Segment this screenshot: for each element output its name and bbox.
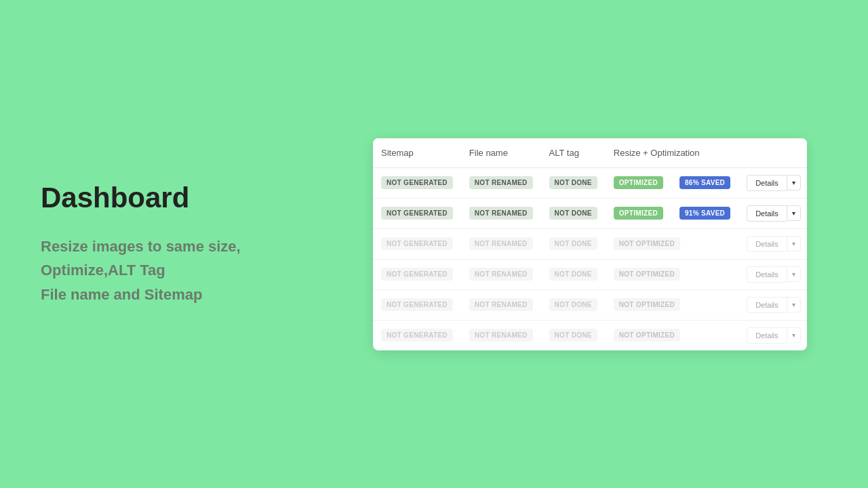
filename-cell: NOT RENAMED	[461, 198, 541, 228]
details-btn-group[interactable]: Details ▾	[747, 327, 801, 344]
filename-cell: NOT RENAMED	[461, 228, 541, 259]
details-button[interactable]: Details	[747, 266, 787, 283]
alt-badge: NOT DONE	[549, 176, 597, 189]
page-title: Dashboard	[41, 182, 326, 214]
alt-cell: NOT DONE	[541, 320, 606, 350]
not-optimized-badge: NOT OPTIMIZED	[614, 329, 680, 342]
actions-cell[interactable]: Details ▾	[738, 320, 807, 350]
actions-cell[interactable]: Details ▾	[738, 167, 807, 198]
filename-cell: NOT RENAMED	[461, 289, 541, 320]
details-button[interactable]: Details	[747, 297, 787, 313]
not-optimized-cell: NOT OPTIMIZED	[606, 289, 738, 320]
filename-badge: NOT RENAMED	[469, 237, 533, 250]
details-dropdown-arrow[interactable]: ▾	[787, 266, 801, 282]
filename-cell: NOT RENAMED	[461, 167, 541, 198]
col-header-actions	[738, 138, 807, 168]
filename-badge: NOT RENAMED	[469, 329, 533, 342]
actions-cell[interactable]: Details ▾	[738, 259, 807, 289]
details-button[interactable]: Details	[747, 205, 787, 222]
subtitle-line2: Optimize,ALT Tag	[41, 262, 165, 279]
filename-badge: NOT RENAMED	[469, 207, 533, 220]
table-row: NOT GENERATED NOT RENAMED NOT DONE OPTIM…	[373, 198, 807, 228]
alt-badge: NOT DONE	[549, 207, 597, 220]
details-btn-group[interactable]: Details ▾	[747, 297, 801, 313]
alt-cell: NOT DONE	[541, 259, 606, 289]
saved-cell: 91% SAVED	[671, 198, 738, 228]
details-btn-group[interactable]: Details ▾	[747, 236, 801, 252]
sitemap-cell: NOT GENERATED	[373, 198, 461, 228]
saved-badge: 91% SAVED	[679, 207, 730, 220]
sitemap-badge: NOT GENERATED	[381, 329, 453, 342]
alt-cell: NOT DONE	[541, 289, 606, 320]
table-row: NOT GENERATED NOT RENAMED NOT DONE NOT O…	[373, 228, 807, 259]
filename-badge: NOT RENAMED	[469, 268, 533, 281]
details-dropdown-arrow[interactable]: ▾	[787, 297, 801, 312]
details-btn-group[interactable]: Details ▾	[747, 205, 801, 222]
details-button[interactable]: Details	[747, 175, 787, 191]
left-panel: Dashboard Resize images to same size, Op…	[41, 182, 353, 306]
alt-cell: NOT DONE	[541, 228, 606, 259]
subtitle-line3: File name and Sitemap	[41, 286, 202, 303]
table-row: NOT GENERATED NOT RENAMED NOT DONE NOT O…	[373, 289, 807, 320]
col-header-filename: File name	[461, 138, 541, 168]
alt-cell: NOT DONE	[541, 167, 606, 198]
sitemap-cell: NOT GENERATED	[373, 320, 461, 350]
alt-badge: NOT DONE	[549, 237, 597, 250]
filename-badge: NOT RENAMED	[469, 298, 533, 311]
filename-badge: NOT RENAMED	[469, 176, 533, 189]
dashboard-subtitle: Resize images to same size, Optimize,ALT…	[41, 235, 326, 306]
actions-cell[interactable]: Details ▾	[738, 198, 807, 228]
sitemap-cell: NOT GENERATED	[373, 167, 461, 198]
not-optimized-cell: NOT OPTIMIZED	[606, 228, 738, 259]
optimized-badge: OPTIMIZED	[614, 176, 663, 189]
actions-cell[interactable]: Details ▾	[738, 228, 807, 259]
details-button[interactable]: Details	[747, 327, 787, 344]
alt-cell: NOT DONE	[541, 198, 606, 228]
saved-badge: 86% SAVED	[679, 176, 730, 189]
sitemap-badge: NOT GENERATED	[381, 298, 453, 311]
col-header-optimization: Resize + Optimization	[606, 138, 738, 168]
filename-cell: NOT RENAMED	[461, 259, 541, 289]
table-row: NOT GENERATED NOT RENAMED NOT DONE NOT O…	[373, 320, 807, 350]
details-dropdown-arrow[interactable]: ▾	[787, 175, 801, 190]
sitemap-badge: NOT GENERATED	[381, 207, 453, 220]
alt-badge: NOT DONE	[549, 268, 597, 281]
details-dropdown-arrow[interactable]: ▾	[787, 205, 801, 221]
col-header-alt: ALT tag	[541, 138, 606, 168]
sitemap-cell: NOT GENERATED	[373, 228, 461, 259]
optimization-cell: OPTIMIZED	[606, 198, 671, 228]
sitemap-cell: NOT GENERATED	[373, 289, 461, 320]
table-row: NOT GENERATED NOT RENAMED NOT DONE OPTIM…	[373, 167, 807, 198]
sitemap-badge: NOT GENERATED	[381, 237, 453, 250]
alt-badge: NOT DONE	[549, 329, 597, 342]
dashboard-table: Sitemap File name ALT tag Resize + Optim…	[373, 138, 807, 350]
right-panel: Sitemap File name ALT tag Resize + Optim…	[353, 138, 827, 350]
not-optimized-badge: NOT OPTIMIZED	[614, 298, 680, 311]
sitemap-badge: NOT GENERATED	[381, 268, 453, 281]
col-header-sitemap: Sitemap	[373, 138, 461, 168]
optimization-cell: OPTIMIZED	[606, 167, 671, 198]
details-dropdown-arrow[interactable]: ▾	[787, 236, 801, 251]
sitemap-cell: NOT GENERATED	[373, 259, 461, 289]
details-button[interactable]: Details	[747, 236, 787, 252]
alt-badge: NOT DONE	[549, 298, 597, 311]
not-optimized-badge: NOT OPTIMIZED	[614, 237, 680, 250]
filename-cell: NOT RENAMED	[461, 320, 541, 350]
not-optimized-badge: NOT OPTIMIZED	[614, 268, 680, 281]
not-optimized-cell: NOT OPTIMIZED	[606, 320, 738, 350]
details-btn-group[interactable]: Details ▾	[747, 175, 801, 191]
details-dropdown-arrow[interactable]: ▾	[787, 327, 801, 343]
not-optimized-cell: NOT OPTIMIZED	[606, 259, 738, 289]
details-btn-group[interactable]: Details ▾	[747, 266, 801, 283]
saved-cell: 86% SAVED	[671, 167, 738, 198]
optimized-badge: OPTIMIZED	[614, 207, 663, 220]
actions-cell[interactable]: Details ▾	[738, 289, 807, 320]
sitemap-badge: NOT GENERATED	[381, 176, 453, 189]
table-row: NOT GENERATED NOT RENAMED NOT DONE NOT O…	[373, 259, 807, 289]
subtitle-line1: Resize images to same size,	[41, 238, 241, 255]
